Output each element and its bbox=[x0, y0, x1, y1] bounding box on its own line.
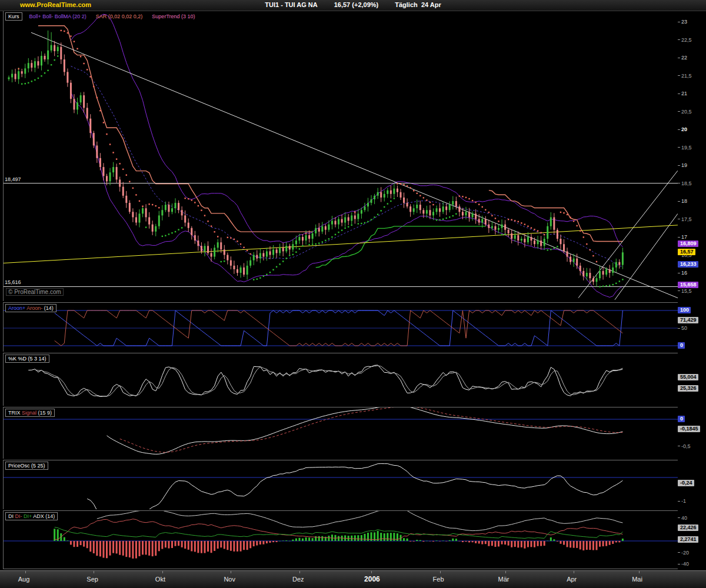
sar-dot bbox=[103, 122, 104, 123]
candlestick bbox=[80, 95, 82, 102]
dmi-histogram-bar bbox=[152, 541, 154, 556]
site-logo[interactable]: www.ProRealTime.com bbox=[20, 1, 91, 8]
dmi-panel-label[interactable]: DI DI- DI+ ADX (14) bbox=[5, 512, 58, 520]
sar-dot bbox=[51, 64, 52, 65]
stochastic-panel[interactable]: %K %D (5 3 14) 55,00425,326 bbox=[0, 353, 706, 406]
stochastic-chart-canvas[interactable] bbox=[3, 353, 678, 406]
sar-dot bbox=[478, 203, 479, 205]
sar-dot bbox=[475, 202, 476, 203]
priceosc-panel-label[interactable]: PriceOsc (5 25) bbox=[5, 462, 48, 470]
trix-axis[interactable]: 0-0,1845-0,5 bbox=[678, 407, 706, 459]
price-panel-label[interactable]: Kurs bbox=[5, 12, 22, 21]
price-panel[interactable]: Kurs Boll+ Boll- BollMA (20 2)SAR (0,02 … bbox=[0, 11, 706, 301]
aroon-panel[interactable]: Aroon+ Aroon- (14) 10071,429500 bbox=[0, 302, 706, 352]
dmi-histogram-bar bbox=[455, 539, 457, 541]
stochastic-panel-label[interactable]: %K %D (5 3 14) bbox=[5, 355, 49, 363]
trix-panel[interactable]: TRIX Signal (15 9) 0-0,1845-0,5 bbox=[0, 407, 706, 459]
dmi-histogram-bar bbox=[249, 541, 251, 548]
dmi-histogram-bar bbox=[279, 541, 281, 542]
sar-dot bbox=[394, 198, 395, 199]
candlestick bbox=[11, 74, 13, 77]
dmi-histogram-bar bbox=[618, 541, 620, 542]
candlestick bbox=[465, 212, 467, 215]
trix-chart-canvas[interactable] bbox=[3, 407, 678, 459]
sar-dot bbox=[468, 198, 469, 199]
time-axis[interactable]: AugSepOktNovDez2006FebMärAprMai bbox=[0, 570, 706, 588]
sar-dot bbox=[263, 275, 264, 276]
dmi-histogram-bar bbox=[119, 541, 121, 555]
price-chart-canvas[interactable] bbox=[3, 11, 678, 301]
trix-panel-label[interactable]: TRIX Signal (15 9) bbox=[5, 409, 55, 417]
sar-dot bbox=[390, 201, 391, 202]
dmi-histogram-bar bbox=[298, 538, 300, 541]
sar-dot bbox=[518, 221, 519, 222]
time-axis-label: Mär bbox=[498, 576, 509, 583]
priceosc-panel[interactable]: PriceOsc (5 25) -0,24-1 bbox=[0, 460, 706, 509]
price-legend: Boll+ Boll- BollMA (20 2)SAR (0,02 0,02 … bbox=[29, 14, 205, 19]
time-axis-label: 2006 bbox=[364, 575, 380, 583]
sar-dot bbox=[28, 82, 29, 83]
dmi-panel-header: DI DI- DI+ ADX (14) bbox=[5, 512, 65, 520]
sar-dot bbox=[550, 249, 551, 250]
dmi-adx-panel[interactable]: DI DI- DI+ ADX (14) 40-20-4022,4262,2741 bbox=[0, 510, 706, 569]
candlestick bbox=[537, 240, 539, 244]
dmi-histogram-bar bbox=[592, 541, 594, 550]
sar-dot bbox=[567, 214, 568, 215]
dmi-histogram-bar bbox=[580, 541, 581, 549]
stochastic-axis[interactable]: 55,00425,326 bbox=[678, 353, 706, 406]
price-axis-tick: 19 bbox=[678, 162, 687, 168]
dmi-chart-canvas[interactable] bbox=[3, 510, 678, 569]
candlestick bbox=[374, 196, 375, 199]
sar-dot bbox=[21, 83, 22, 85]
timeframe-and-date: Täglich 24 Apr bbox=[395, 1, 441, 8]
dmi-histogram-bar bbox=[243, 541, 245, 550]
stochastic-panel-header: %K %D (5 3 14) bbox=[5, 355, 56, 363]
aroon-panel-label[interactable]: Aroon+ Aroon- (14) bbox=[5, 304, 56, 312]
axis-tick: 50 bbox=[678, 325, 687, 331]
dmi-histogram-bar bbox=[188, 541, 189, 550]
dmi-histogram-bar bbox=[165, 541, 166, 547]
candlestick bbox=[449, 205, 451, 210]
sar-dot bbox=[119, 163, 121, 164]
candlestick bbox=[475, 213, 477, 219]
aroon-chart-canvas[interactable] bbox=[3, 302, 678, 352]
dmi-histogram-bar bbox=[429, 541, 431, 542]
legend-item[interactable]: SuperTrend (3 10) bbox=[152, 14, 195, 19]
axis-tick: -40 bbox=[678, 561, 689, 567]
sar-dot bbox=[158, 207, 159, 208]
price-change: (+2,09%) bbox=[352, 1, 378, 8]
dmi-histogram-bar bbox=[596, 541, 598, 550]
sar-dot bbox=[247, 250, 248, 251]
sar-dot bbox=[230, 238, 231, 239]
dmi-histogram-bar bbox=[145, 541, 147, 554]
candlestick bbox=[397, 189, 398, 192]
legend-item[interactable]: SAR (0,02 0,02 0,2) bbox=[96, 14, 143, 19]
sar-dot bbox=[292, 254, 294, 255]
sar-dot bbox=[47, 70, 48, 71]
priceosc-chart-canvas[interactable] bbox=[3, 460, 678, 509]
sar-dot bbox=[361, 223, 362, 224]
candlestick bbox=[341, 219, 343, 223]
dmi-histogram-bar bbox=[384, 533, 385, 541]
last-price: 16,57 bbox=[334, 1, 351, 8]
sar-dot bbox=[129, 181, 130, 182]
dmi-histogram-bar bbox=[393, 533, 395, 541]
priceosc-axis[interactable]: -0,24-1 bbox=[678, 460, 706, 509]
dmi-histogram-bar bbox=[191, 541, 192, 551]
price-axis[interactable]: 2322,52221,52120,52019,51918,51817,51716… bbox=[678, 11, 706, 301]
candlestick bbox=[93, 133, 95, 145]
candlestick bbox=[132, 212, 134, 217]
aroon-axis[interactable]: 10071,429500 bbox=[678, 302, 706, 352]
dmi-axis[interactable]: 40-20-4022,4262,2741 bbox=[678, 510, 706, 569]
value-tag: 16,57 bbox=[678, 249, 695, 255]
sar-dot bbox=[531, 227, 532, 228]
candlestick bbox=[596, 278, 598, 282]
time-axis-label: Sep bbox=[86, 576, 98, 583]
sar-dot bbox=[44, 72, 45, 74]
legend-item[interactable]: Boll+ Boll- BollMA (20 2) bbox=[29, 14, 86, 19]
sar-dot bbox=[243, 247, 244, 248]
dmi-histogram-bar bbox=[259, 541, 261, 544]
dmi-histogram-bar bbox=[155, 541, 156, 556]
sar-dot bbox=[462, 196, 463, 197]
candlestick bbox=[197, 240, 199, 246]
